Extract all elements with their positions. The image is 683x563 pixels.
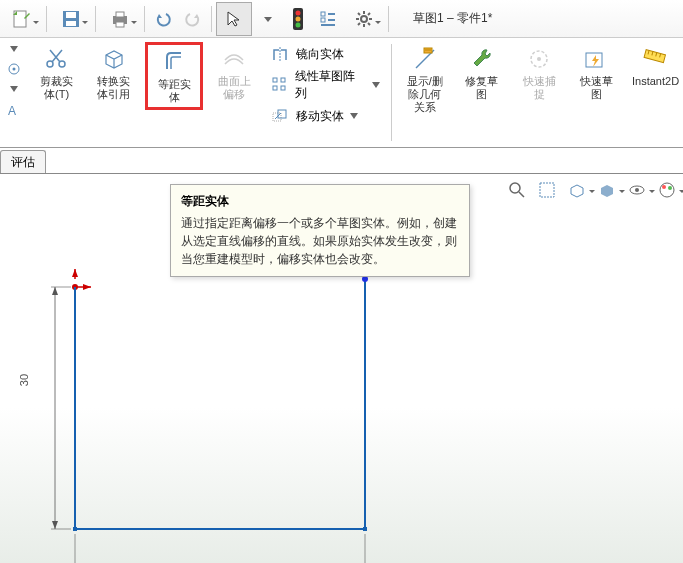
svg-rect-36	[281, 86, 285, 90]
canvas[interactable]: 等距实体 通过指定距离偏移一个或多个草图实体。例如，创建从选定直线偏移的直线。如…	[0, 174, 683, 563]
surface-offset-icon	[220, 45, 248, 73]
svg-rect-38	[278, 110, 286, 118]
repair-label: 修复草图	[460, 75, 503, 101]
new-button[interactable]	[2, 5, 42, 33]
scissors-icon	[43, 45, 71, 73]
display-style-button[interactable]	[595, 178, 619, 202]
settings-button[interactable]	[344, 5, 384, 33]
quick-access-toolbar: 草图1 – 零件1*	[0, 0, 683, 38]
relations-icon	[411, 45, 439, 73]
rapid-sketch-label: 快速草图	[575, 75, 618, 101]
zoom-area-button[interactable]	[535, 178, 559, 202]
svg-line-51	[519, 192, 524, 197]
snap-group: 快速捕捉	[511, 38, 568, 147]
display-relations-button[interactable]: 显示/删除几何关系	[399, 42, 450, 118]
ribbon: A 剪裁实体(T) 转换实体引用 等距实体 曲面上偏移 镜向实体	[0, 38, 683, 148]
pattern-icon	[270, 75, 290, 95]
repair-button[interactable]: 修复草图	[456, 42, 507, 104]
separator	[95, 6, 96, 32]
lightning-icon	[582, 45, 610, 73]
chevron-down-icon	[372, 82, 380, 88]
traffic-light-icon[interactable]	[284, 5, 312, 33]
svg-point-50	[510, 183, 520, 193]
svg-point-16	[361, 16, 367, 22]
svg-rect-65	[73, 527, 77, 531]
svg-point-57	[668, 186, 672, 190]
convert-group: 转换实体引用	[85, 38, 142, 147]
document-title: 草图1 – 零件1*	[413, 10, 492, 27]
surface-offset-label: 曲面上偏移	[213, 75, 256, 101]
dimension-vertical[interactable]: 30	[18, 374, 30, 386]
tab-evaluate[interactable]: 评估	[0, 150, 46, 173]
separator	[144, 6, 145, 32]
trim-button[interactable]: 剪裁实体(T)	[31, 42, 82, 104]
svg-text:A: A	[8, 104, 16, 117]
pattern-button[interactable]: 线性草图阵列	[266, 66, 384, 104]
undo-button[interactable]	[149, 5, 177, 33]
mirror-button[interactable]: 镜向实体	[266, 42, 348, 66]
chevron-down-icon	[350, 113, 358, 119]
redo-button[interactable]	[179, 5, 207, 33]
view-toolbar	[505, 178, 679, 202]
svg-point-9	[296, 16, 301, 21]
svg-rect-5	[116, 12, 124, 17]
svg-line-24	[368, 13, 370, 15]
tab-bar: 评估	[0, 150, 683, 174]
svg-rect-6	[116, 22, 124, 27]
ruler-icon	[640, 45, 668, 73]
svg-rect-12	[321, 18, 325, 22]
separator	[46, 6, 47, 32]
select-dropdown[interactable]	[254, 5, 282, 33]
repair-group: 修复草图	[453, 38, 510, 147]
svg-point-54	[635, 188, 639, 192]
left-side-buttons: A	[0, 38, 28, 147]
move-button[interactable]: 移动实体	[266, 104, 362, 128]
svg-rect-11	[321, 12, 325, 16]
separator	[211, 6, 212, 32]
svg-rect-34	[281, 78, 285, 82]
move-icon	[270, 106, 290, 126]
surface-offset-group: 曲面上偏移	[206, 38, 263, 147]
tooltip-body: 通过指定距离偏移一个或多个草图实体。例如，创建从选定直线偏移的直线。如果原始实体…	[181, 214, 459, 268]
rapid-sketch-button[interactable]: 快速草图	[571, 42, 622, 104]
hide-show-button[interactable]	[625, 178, 649, 202]
appearance-button[interactable]	[655, 178, 679, 202]
wrench-icon	[468, 45, 496, 73]
instant2d-button[interactable]: Instant2D	[628, 42, 680, 91]
list-button[interactable]	[314, 5, 342, 33]
offset-label: 等距实体	[152, 78, 195, 104]
text-tool-button[interactable]: A	[2, 100, 26, 118]
svg-rect-33	[273, 78, 277, 82]
print-button[interactable]	[100, 5, 140, 33]
trim-group: 剪裁实体(T)	[28, 38, 85, 147]
zoom-fit-button[interactable]	[505, 178, 529, 202]
side-dropdown-2[interactable]	[2, 80, 26, 98]
convert-label: 转换实体引用	[92, 75, 135, 101]
svg-point-55	[660, 183, 674, 197]
svg-point-8	[296, 10, 301, 15]
surface-offset-button[interactable]: 曲面上偏移	[209, 42, 260, 104]
convert-button[interactable]: 转换实体引用	[88, 42, 139, 104]
snap-label: 快速捕捉	[518, 75, 561, 101]
entity-tools-group: 镜向实体 线性草图阵列 移动实体	[263, 38, 387, 147]
select-button[interactable]	[216, 2, 252, 36]
move-label: 移动实体	[296, 108, 344, 125]
snap-icon	[525, 45, 553, 73]
view-orientation-button[interactable]	[565, 178, 589, 202]
svg-line-31	[50, 50, 60, 62]
offset-button[interactable]: 等距实体	[145, 42, 202, 110]
save-button[interactable]	[51, 5, 91, 33]
quick-snap-button[interactable]: 快速捕捉	[514, 42, 565, 104]
side-button-2[interactable]	[2, 60, 26, 78]
svg-rect-52	[540, 183, 554, 197]
svg-line-21	[358, 13, 360, 15]
svg-rect-66	[363, 527, 367, 531]
separator	[391, 44, 392, 141]
svg-point-43	[537, 57, 541, 61]
offset-icon	[160, 48, 188, 76]
svg-point-26	[13, 68, 16, 71]
svg-rect-35	[273, 86, 277, 90]
relations-label: 显示/删除几何关系	[403, 75, 446, 115]
mirror-icon	[270, 44, 290, 64]
side-dropdown-1[interactable]	[2, 40, 26, 58]
